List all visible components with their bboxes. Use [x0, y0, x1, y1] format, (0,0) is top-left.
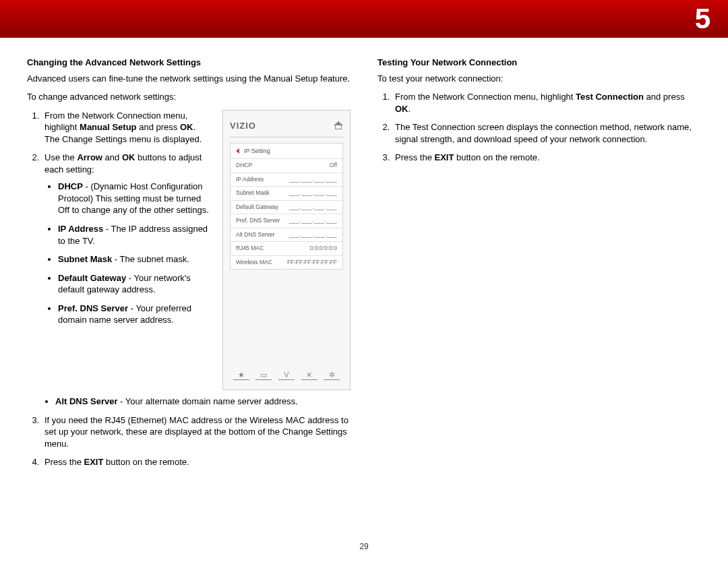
right-step-2: The Test Connection screen displays the …: [392, 121, 701, 145]
star-icon: ★: [233, 371, 249, 380]
mockup-footer-icons: ★ ▭ V ✕ ✲: [230, 364, 343, 380]
right-column: Testing Your Network Connection To test …: [377, 57, 701, 475]
bullet-subnet: Subnet Mask - The subnet mask.: [58, 253, 210, 266]
left-intro: Advanced users can fine-tune the network…: [27, 73, 351, 85]
bullet-dhcp: DHCP - (Dynamic Host Configuration Proto…: [58, 181, 210, 216]
mockup-row-wireless: Wireless MACFF:FF:FF:FF:FF:FF: [231, 256, 342, 269]
left-step-2: Use the Arrow and OK buttons to adjust e…: [42, 152, 210, 326]
left-step-4: Press the EXIT button on the remote.: [42, 456, 351, 468]
left-step-3: If you need the RJ45 (Ethernet) MAC addr…: [42, 414, 351, 450]
mockup-row-rj45: RJ45 MAC0:0:0:0:0:0: [231, 242, 342, 255]
bullet-gateway: Default Gateway - Your network's default…: [58, 272, 210, 296]
mockup-row-subnet: Subnet Mask___.___.___.___: [231, 187, 342, 200]
vizio-logo: VIZIO: [230, 120, 256, 132]
right-steps-list: From the Network Connection menu, highli…: [377, 91, 701, 164]
mockup-header: VIZIO: [230, 117, 343, 138]
bullet-pref-dns: Pref. DNS Server - Your preferred domain…: [58, 303, 210, 326]
tv-menu-mockup: VIZIO IP Setting DHCPOff IP Address___._…: [222, 110, 351, 390]
right-step-1: From the Network Connection menu, highli…: [392, 91, 701, 115]
bullet-ip: IP Address - The IP address assigned to …: [58, 223, 210, 247]
left-steps-wrapper: From the Network Connection menu, highli…: [27, 110, 351, 390]
mockup-row-dhcp: DHCPOff: [231, 159, 342, 173]
left-heading: Changing the Advanced Network Settings: [27, 57, 351, 69]
settings-bullets-continued: Alt DNS Server - Your alternate domain n…: [27, 396, 351, 408]
left-steps-list: From the Network Connection menu, highli…: [27, 110, 210, 326]
gear-icon: ✲: [324, 371, 340, 380]
left-lead: To change advanced network settings:: [27, 91, 351, 103]
mockup-row-ip: IP Address___.___.___.___: [231, 173, 342, 187]
bullet-alt-dns: Alt DNS Server - Your alternate domain n…: [55, 396, 351, 408]
left-step-1: From the Network Connection menu, highli…: [42, 110, 210, 146]
page-number: 29: [359, 542, 368, 551]
right-lead: To test your network connection:: [377, 73, 701, 85]
home-icon: [334, 121, 343, 129]
mockup-row-alt-dns: Alt DNS Server___.___.___.___: [231, 228, 342, 242]
left-column: Changing the Advanced Network Settings A…: [27, 57, 351, 475]
chapter-number: 5: [695, 3, 710, 35]
settings-bullets: DHCP - (Dynamic Host Configuration Proto…: [44, 181, 210, 325]
rectangle-icon: ▭: [255, 371, 272, 380]
right-step-3: Press the EXIT button on the remote.: [392, 152, 701, 164]
page-body: Changing the Advanced Network Settings A…: [0, 38, 728, 475]
right-heading: Testing Your Network Connection: [377, 57, 701, 69]
mockup-title: IP Setting: [231, 144, 342, 159]
mockup-row-gateway: Default Gateway___.___.___.___: [231, 201, 342, 214]
mockup-spacer: [230, 270, 343, 364]
v-icon: V: [278, 371, 295, 380]
x-icon: ✕: [301, 371, 317, 380]
mockup-screen: IP Setting DHCPOff IP Address___.___.___…: [230, 143, 343, 270]
left-steps-text: From the Network Connection menu, highli…: [27, 110, 210, 333]
chapter-header: 5: [0, 0, 728, 38]
mockup-row-pref-dns: Pref. DNS Server___.___.___.___: [231, 214, 342, 228]
left-steps-continued: If you need the RJ45 (Ethernet) MAC addr…: [27, 414, 351, 468]
